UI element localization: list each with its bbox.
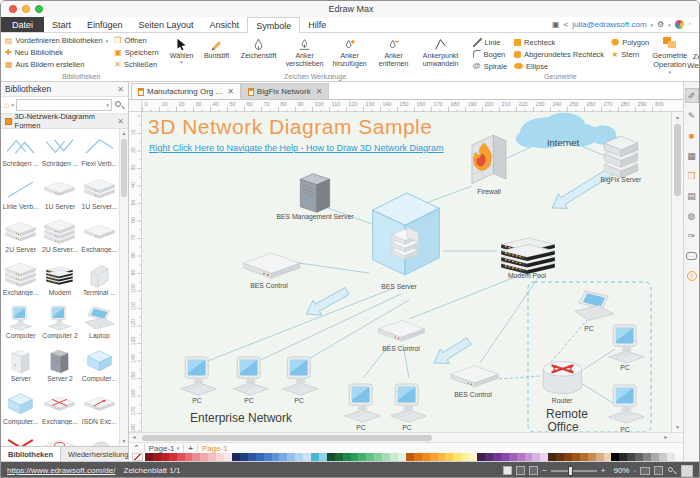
palette-color[interactable] <box>398 453 406 461</box>
comment-icon[interactable]: … <box>685 248 699 263</box>
zoom-in-button[interactable]: + <box>601 466 606 475</box>
palette-color[interactable] <box>382 453 390 461</box>
crayon-tool-button[interactable]: Buntstift <box>198 35 236 68</box>
palette-color[interactable] <box>445 453 453 461</box>
fullscreen-icon[interactable] <box>654 466 663 475</box>
flow-arrow[interactable] <box>306 288 349 316</box>
library-shape-item[interactable] <box>80 432 119 446</box>
palette-color[interactable] <box>667 453 675 461</box>
palette-color[interactable] <box>153 453 161 461</box>
horizontal-scrollbar[interactable]: ◄ ► <box>129 432 683 442</box>
scrollbar-thumb[interactable] <box>142 435 432 441</box>
node-pc[interactable] <box>283 357 318 395</box>
palette-color[interactable] <box>485 453 493 461</box>
node-pc[interactable] <box>233 357 268 395</box>
page-tab-active[interactable]: Page-1 <box>198 443 232 453</box>
palette-color[interactable] <box>572 453 580 461</box>
save-library-button[interactable]: ▣Speichern <box>114 47 158 58</box>
palette-color[interactable] <box>675 453 683 461</box>
connector-line[interactable] <box>579 145 605 156</box>
node-pc[interactable] <box>609 385 644 423</box>
account-caret-icon[interactable]: ▾ <box>651 22 654 28</box>
palette-color[interactable] <box>580 453 588 461</box>
insert-image-icon[interactable]: ▦ <box>685 148 699 163</box>
palette-color[interactable] <box>185 453 193 461</box>
palette-color[interactable] <box>493 453 501 461</box>
drawing-page[interactable]: InternetBigFix ServerFirewallBES Managem… <box>142 112 671 432</box>
palette-color[interactable] <box>611 453 619 461</box>
connector-line[interactable] <box>409 274 523 319</box>
pen-icon[interactable]: ✎ <box>685 108 699 123</box>
palette-color[interactable] <box>240 453 248 461</box>
select-tool-button[interactable]: Wählen▾ <box>166 35 198 68</box>
zoom-caret-icon[interactable]: ▾ <box>633 468 636 474</box>
open-library-button[interactable]: ❐Öffnen <box>114 35 158 46</box>
library-shape-item[interactable]: Schrägen ... <box>40 131 79 174</box>
view-mode-outline-icon[interactable] <box>516 466 525 475</box>
palette-color[interactable] <box>319 453 327 461</box>
connector-line[interactable] <box>480 275 540 363</box>
palette-color[interactable] <box>256 453 264 461</box>
palette-color[interactable] <box>224 453 232 461</box>
rounded-rectangle-tool[interactable]: Abgerundetes Rechteck <box>514 49 604 59</box>
dashed-connector-line[interactable] <box>499 376 540 379</box>
home-caret-icon[interactable]: ▾ <box>11 102 14 108</box>
library-shape-item[interactable]: ISDN Exc... <box>80 389 119 432</box>
palette-color[interactable] <box>635 453 643 461</box>
menu-tab-start[interactable]: Start <box>44 17 79 32</box>
palette-color[interactable] <box>548 453 556 461</box>
palette-color[interactable] <box>169 453 177 461</box>
node-pc[interactable] <box>609 325 644 363</box>
scroll-right-icon[interactable]: ► <box>661 433 671 442</box>
format-painter-icon[interactable]: ✐ <box>685 88 699 103</box>
palette-color[interactable] <box>287 453 295 461</box>
library-shape-item[interactable] <box>40 432 79 446</box>
help-hyperlink[interactable]: Right Click Here to Navigate the Help - … <box>149 143 444 153</box>
layers-icon[interactable]: ❐ <box>685 168 699 183</box>
diagram-text[interactable]: Enterprise Network <box>190 411 293 425</box>
no-fill-swatch[interactable] <box>132 453 143 461</box>
scroll-down-icon[interactable]: ▼ <box>672 422 683 432</box>
library-shape-item[interactable]: Flexi Verb... <box>80 131 119 174</box>
menu-tab-hilfe[interactable]: Hilfe <box>300 17 334 32</box>
settings-caret-icon[interactable]: ▾ <box>668 22 671 28</box>
palette-color[interactable] <box>279 453 287 461</box>
menu-tab-seiten-layout[interactable]: Seiten Layout <box>131 17 202 32</box>
scrollbar-thumb[interactable] <box>674 124 681 196</box>
edraw-logo-icon[interactable] <box>675 20 684 29</box>
maximize-window-button[interactable] <box>35 5 43 13</box>
geometry-operation-button[interactable]: Geometrie Operation▾ <box>652 33 687 81</box>
close-library-button[interactable]: ✕Schließen <box>114 59 158 70</box>
palette-color[interactable] <box>303 453 311 461</box>
node-pc[interactable] <box>575 291 614 320</box>
palette-color[interactable] <box>596 453 604 461</box>
fit-page-icon[interactable] <box>640 467 650 475</box>
menu-tab-symbole[interactable]: Symbole <box>247 17 300 33</box>
tab-bibliotheken[interactable]: Bibliotheken <box>1 447 61 461</box>
zoom-slider-thumb[interactable] <box>568 466 573 476</box>
move-anchor-button[interactable]: Anker verschieben <box>282 35 328 68</box>
close-tab-icon[interactable]: ✕ <box>227 87 234 96</box>
spiral-tool[interactable]: @Spirale <box>473 61 507 71</box>
palette-color[interactable] <box>311 453 319 461</box>
arc-tool[interactable]: Bogen <box>473 49 507 59</box>
palette-color[interactable] <box>453 453 461 461</box>
line-tool[interactable]: Linie <box>473 37 507 47</box>
share-icon[interactable]: < <box>564 20 569 29</box>
node-bes-control[interactable] <box>243 253 299 278</box>
palette-color[interactable] <box>343 453 351 461</box>
palette-color[interactable] <box>406 453 414 461</box>
library-shape-item[interactable]: Exchange... <box>40 389 79 432</box>
ellipse-tool[interactable]: Ellipse <box>514 61 604 71</box>
node-pc[interactable] <box>345 384 380 422</box>
palette-color[interactable] <box>248 453 256 461</box>
predefined-libraries-button[interactable]: ▤Vordefinieren Bibliotheken▾ <box>5 35 108 46</box>
pen-tool-button[interactable]: Zeichenstift <box>236 35 282 68</box>
drawing-tools-button[interactable]: Zeichen Werkzeuge▾ <box>687 33 700 81</box>
node-bes-management-server[interactable] <box>300 174 329 213</box>
menu-tab-einfuegen[interactable]: Einfügen <box>79 17 131 32</box>
close-tab-icon[interactable]: ✕ <box>316 87 323 96</box>
palette-color[interactable] <box>438 453 446 461</box>
hyperlink-icon[interactable]: ◍ <box>685 208 699 223</box>
zoom-out-button[interactable]: − <box>542 466 547 475</box>
